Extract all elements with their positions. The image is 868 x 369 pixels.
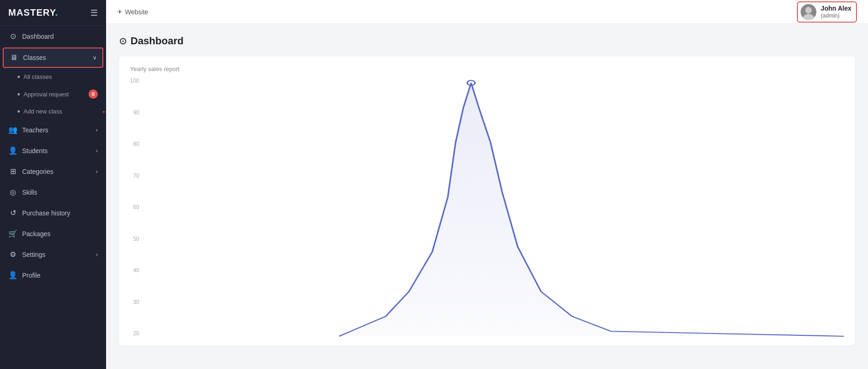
send-icon: ✈ xyxy=(117,8,122,15)
arrow-right-icon: ← xyxy=(101,106,106,118)
skills-icon: ◎ xyxy=(8,188,18,196)
approval-badge: 0 xyxy=(89,89,98,99)
sidebar-item-profile[interactable]: 👤 Profile xyxy=(0,265,106,286)
purchase-history-icon: ↺ xyxy=(8,208,18,217)
page-title-text: Dashboard xyxy=(131,35,184,47)
settings-icon: ⚙ xyxy=(8,250,18,259)
profile-icon: 👤 xyxy=(8,271,18,280)
chevron-right-icon: › xyxy=(96,127,98,133)
topbar-website-link[interactable]: ✈ Website xyxy=(117,8,148,16)
user-info[interactable]: John Alex (admin) xyxy=(797,1,857,23)
bullet-icon xyxy=(18,93,20,95)
sidebar-subitem-all-classes[interactable]: All classes xyxy=(0,69,106,85)
sidebar-item-label: Categories xyxy=(22,168,91,175)
sidebar-logo: MASTERY. ☰ xyxy=(0,0,106,26)
chart-label: Yearly sales report xyxy=(130,65,844,72)
chevron-right-icon: › xyxy=(96,251,98,258)
sidebar-item-label: Classes xyxy=(23,54,88,61)
sidebar-item-label: Skills xyxy=(22,189,98,196)
chevron-down-icon: ∨ xyxy=(93,54,97,61)
sidebar-item-teachers[interactable]: 👥 Teachers › xyxy=(0,119,106,140)
hamburger-icon[interactable]: ☰ xyxy=(90,8,98,18)
avatar-image xyxy=(801,4,816,20)
sidebar: MASTERY. ☰ ⊙ Dashboard 🖥 Classes ∨ All c… xyxy=(0,0,106,369)
user-role: (admin) xyxy=(821,12,851,20)
chart-svg xyxy=(145,78,844,336)
sidebar-item-settings[interactable]: ⚙ Settings › xyxy=(0,244,106,265)
sidebar-item-classes[interactable]: 🖥 Classes ∨ xyxy=(3,48,103,68)
y-axis: 100 90 80 70 60 50 40 30 20 xyxy=(130,78,145,336)
y-label: 100 xyxy=(130,78,139,83)
dashboard-title-icon: ⊙ xyxy=(119,36,127,47)
y-label: 90 xyxy=(133,110,139,115)
dashboard-icon: ⊙ xyxy=(8,32,18,41)
sidebar-item-purchase-history[interactable]: ↺ Purchase history xyxy=(0,202,106,223)
students-icon: 👤 xyxy=(8,146,18,155)
website-label: Website xyxy=(125,8,148,16)
chevron-right-icon: › xyxy=(96,168,98,175)
sidebar-subitem-approval-request[interactable]: Approval request 0 xyxy=(0,85,106,103)
y-label: 80 xyxy=(133,141,139,147)
sidebar-item-label: Profile xyxy=(22,272,98,279)
subitem-label: Approval request xyxy=(24,91,69,98)
logo-text: MASTERY. xyxy=(8,7,58,18)
classes-icon: 🖥 xyxy=(9,54,18,62)
topbar: ✈ Website John Alex (admin) xyxy=(106,0,868,24)
sidebar-item-label: Students xyxy=(22,147,91,155)
categories-icon: ⊞ xyxy=(8,167,18,176)
chart-area: 100 90 80 70 60 50 40 30 20 xyxy=(130,78,844,336)
chart-container: Yearly sales report 100 90 80 70 60 50 4… xyxy=(119,56,855,345)
chevron-right-icon: › xyxy=(96,148,98,154)
sidebar-item-dashboard[interactable]: ⊙ Dashboard xyxy=(0,26,106,47)
y-label: 50 xyxy=(133,236,139,242)
user-name-role: John Alex (admin) xyxy=(821,4,851,20)
subitem-label: Add new class xyxy=(24,108,62,115)
sidebar-item-label: Purchase history xyxy=(22,209,98,217)
y-label: 30 xyxy=(133,299,139,305)
sidebar-item-label: Dashboard xyxy=(22,33,98,40)
sidebar-subitem-add-new-class[interactable]: Add new class ← xyxy=(0,103,106,119)
svg-point-1 xyxy=(805,7,812,13)
sidebar-item-skills[interactable]: ◎ Skills xyxy=(0,182,106,202)
sidebar-item-packages[interactable]: 🛒 Packages xyxy=(0,223,106,244)
avatar xyxy=(801,4,816,20)
user-name: John Alex xyxy=(821,4,851,12)
y-label: 70 xyxy=(133,173,139,179)
bullet-icon xyxy=(18,76,20,78)
sidebar-item-label: Settings xyxy=(22,251,91,258)
main-content: ✈ Website John Alex (admin) ⊙ Dashboard xyxy=(106,0,868,369)
subitem-label: All classes xyxy=(24,73,52,80)
sidebar-item-students[interactable]: 👤 Students › xyxy=(0,140,106,161)
page-content: ⊙ Dashboard Yearly sales report 100 90 8… xyxy=(106,24,868,369)
page-title: ⊙ Dashboard xyxy=(119,35,855,47)
sidebar-item-categories[interactable]: ⊞ Categories › xyxy=(0,161,106,182)
sidebar-item-label: Teachers xyxy=(22,126,91,134)
y-label: 40 xyxy=(133,268,139,273)
sidebar-item-label: Packages xyxy=(22,230,98,238)
chart-plot xyxy=(145,78,844,336)
y-label: 60 xyxy=(133,204,139,210)
y-label: 20 xyxy=(133,331,139,336)
packages-icon: 🛒 xyxy=(8,229,18,238)
teachers-icon: 👥 xyxy=(8,125,18,134)
bullet-icon xyxy=(18,110,20,113)
